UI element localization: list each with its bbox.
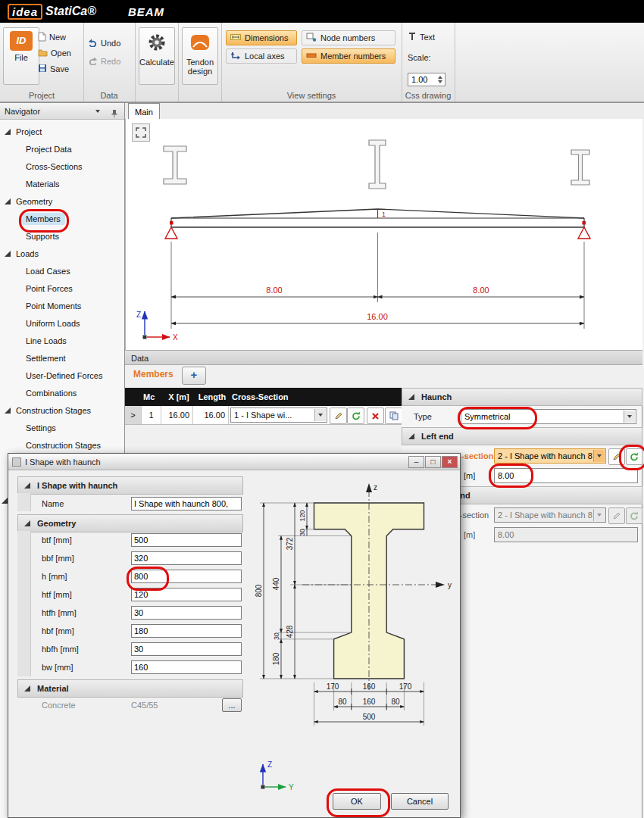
scale-spinner[interactable] <box>435 73 445 86</box>
pin-icon[interactable] <box>111 107 118 123</box>
nav-item-supports[interactable]: Supports <box>26 229 59 244</box>
copy-icon <box>389 411 399 420</box>
btf-input[interactable] <box>131 533 242 547</box>
left-cross-section-dropdown[interactable]: 2 - I Shape with haunch 8 <box>494 448 606 464</box>
redo-button[interactable]: Redo <box>88 55 132 68</box>
dim-bottom-flange: 180 <box>272 652 280 665</box>
copy-member-button[interactable] <box>385 407 402 424</box>
nav-section-geometry-label: Geometry <box>16 197 52 206</box>
name-input[interactable] <box>131 497 242 510</box>
member-x-cell[interactable]: 16.00 <box>161 406 193 424</box>
nav-item-cross-sections[interactable]: Cross-Sections <box>26 159 83 174</box>
nav-item-project-data[interactable]: Project Data <box>26 142 72 157</box>
nav-item-uniform-loads[interactable]: Uniform Loads <box>26 316 80 331</box>
nav-item-materials[interactable]: Materials <box>26 176 60 192</box>
minimize-button[interactable]: – <box>408 456 424 468</box>
axis-z-label: Z <box>136 311 141 319</box>
nav-item-line-loads[interactable]: Line Loads <box>26 333 67 348</box>
shape-section-header[interactable]: I Shape with haunch <box>17 476 243 495</box>
save-button[interactable]: Save <box>38 62 80 76</box>
right-cross-section-dropdown[interactable]: 2 - I Shape with haunch 8 <box>494 507 606 523</box>
nav-item-user-defined-forces[interactable]: User-Defined Forces <box>26 368 102 383</box>
nav-item-point-moments[interactable]: Point Moments <box>26 298 81 314</box>
nav-item-members-label: Members <box>21 213 65 225</box>
nav-section-project[interactable]: Project <box>5 124 42 139</box>
hbf-input[interactable] <box>131 624 242 638</box>
axis-z-label: Z <box>267 760 272 769</box>
refresh-cross-section-button[interactable] <box>347 407 364 424</box>
maximize-button[interactable]: □ <box>425 456 441 468</box>
local-axes-toggle[interactable]: Local axes <box>226 48 297 64</box>
dimensions-toggle[interactable]: Dimensions <box>226 30 297 45</box>
nav-item-members[interactable]: Members <box>21 211 65 226</box>
undo-button[interactable]: Undo <box>88 36 132 50</box>
new-button[interactable]: New <box>38 30 80 44</box>
col-header-x[interactable]: X [m] <box>163 388 195 406</box>
dialog-titlebar[interactable]: I Shape with haunch – □ × <box>8 454 460 470</box>
haunch-section-header[interactable]: Haunch <box>402 388 642 406</box>
geometry-section-header[interactable]: Geometry <box>17 514 243 532</box>
node-numbers-toggle[interactable]: Node numbers <box>302 30 395 45</box>
htf-input[interactable] <box>131 588 242 601</box>
chevron-down-icon[interactable] <box>624 411 635 423</box>
local-axes-icon <box>230 51 241 61</box>
zoom-fit-button[interactable] <box>132 123 150 142</box>
cross-section-dialog[interactable]: I Shape with haunch – □ × I Shape with h… <box>8 453 461 818</box>
nav-item-settlement[interactable]: Settlement <box>26 351 66 366</box>
expander-icon[interactable] <box>2 498 8 504</box>
row-marker-cell: > <box>125 406 142 424</box>
nav-section-geometry[interactable]: Geometry <box>5 194 52 209</box>
member-cross-section-dropdown[interactable]: 1 - I Shape wi... <box>230 407 327 423</box>
beam-drawing-canvas[interactable]: 1 8.00 8.00 16.00 Z X <box>125 119 642 350</box>
open-button[interactable]: Open <box>38 46 80 60</box>
hbfh-input[interactable] <box>131 642 242 656</box>
dim-total-width: 500 <box>363 713 376 721</box>
delete-member-button[interactable] <box>367 407 384 424</box>
chevron-down-icon[interactable] <box>593 450 605 462</box>
tab-main[interactable]: Main <box>128 103 160 120</box>
edit-left-cross-section-button[interactable] <box>608 448 625 465</box>
nav-item-construction-stages[interactable]: Construction Stages <box>26 438 101 453</box>
nav-section-project-label: Project <box>16 127 42 136</box>
refresh-left-cross-section-button[interactable] <box>626 448 642 465</box>
add-member-button[interactable]: + <box>182 367 206 385</box>
material-section-header[interactable]: Material <box>17 679 243 698</box>
ok-button[interactable]: OK <box>333 793 381 810</box>
member-length-cell[interactable]: 16.00 <box>193 406 229 424</box>
nav-item-label: Materials <box>26 180 60 189</box>
edit-cross-section-button[interactable] <box>330 407 347 424</box>
app-titlebar: idea StatiCa® BEAM <box>0 0 644 23</box>
nav-item-combinations[interactable]: Combinations <box>26 386 77 401</box>
navigator-header[interactable]: Navigator <box>0 103 124 120</box>
member-numbers-toggle[interactable]: Member numbers <box>302 48 395 64</box>
nav-section-construction-stages[interactable]: Construction Stages <box>5 403 91 418</box>
open-button-label: Open <box>51 48 71 58</box>
calculate-button[interactable]: Calculate <box>139 27 175 85</box>
bbf-input[interactable] <box>131 551 242 565</box>
left-haunch-length-input[interactable]: 8.00 <box>494 468 638 483</box>
material-browse-button[interactable]: ... <box>222 698 242 712</box>
close-button[interactable]: × <box>442 456 458 468</box>
chevron-down-icon[interactable] <box>314 409 326 421</box>
haunch-type-dropdown[interactable]: Symmetrical <box>461 409 636 424</box>
new-file-icon <box>38 32 46 43</box>
member-table-row[interactable]: > 1 16.00 16.00 1 - I Shape wi... <box>125 406 402 425</box>
file-button[interactable]: ID File <box>3 27 39 85</box>
left-end-section-header[interactable]: Left end <box>402 427 642 445</box>
col-header-cross-section[interactable]: Cross-Section <box>232 388 345 406</box>
col-header-length[interactable]: Length <box>195 388 230 406</box>
cancel-button[interactable]: Cancel <box>391 793 449 810</box>
htfh-input[interactable] <box>131 606 242 620</box>
tendon-design-button[interactable]: Tendon design <box>182 27 218 85</box>
dim-total-span: 16.00 <box>367 312 388 321</box>
nav-item-point-forces[interactable]: Point Forces <box>26 281 73 296</box>
col-header-mc[interactable]: Mc <box>143 388 161 406</box>
nav-section-loads[interactable]: Loads <box>5 246 39 261</box>
navigator-dropdown-icon[interactable] <box>95 110 100 113</box>
bw-input[interactable] <box>131 660 242 674</box>
h-input[interactable] <box>131 570 242 583</box>
text-toggle[interactable]: Text <box>408 30 449 44</box>
nav-item-settings[interactable]: Settings <box>26 420 56 436</box>
nav-item-load-cases[interactable]: Load Cases <box>26 264 70 279</box>
cross-section-glyph-middle <box>369 140 386 189</box>
